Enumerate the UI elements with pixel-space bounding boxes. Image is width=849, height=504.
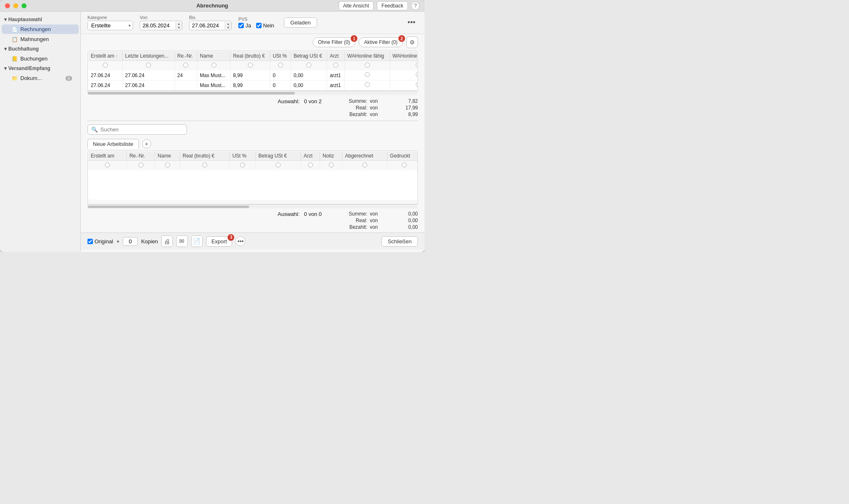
table1-scroll[interactable]: Erstellt am Letzte Leistungen... Re.-Nr.… <box>87 51 418 91</box>
mahnungen-icon: 📋 <box>12 36 18 42</box>
summary1: Auswahl: 0 von 2 Summe: von 7,82 Real: v… <box>81 95 424 121</box>
schliessen-button[interactable]: Schließen <box>381 236 418 247</box>
aktive-filter-button[interactable]: Aktive Filter (0) 2 <box>359 37 403 47</box>
feedback-button[interactable]: Feedback <box>377 1 408 10</box>
export-button[interactable]: Export 3 <box>206 236 233 247</box>
t2-r7[interactable] <box>308 162 313 167</box>
maximize-button[interactable] <box>22 3 27 8</box>
mail-button[interactable]: ✉ <box>176 235 188 247</box>
doc-button[interactable]: 📄 <box>191 235 203 247</box>
von-date-down[interactable]: ▼ <box>176 26 182 29</box>
real2-value: 0,00 <box>389 218 418 223</box>
mail-icon: ✉ <box>179 237 184 245</box>
t2-col-name: Name <box>155 151 180 161</box>
col-erstellt-am[interactable]: Erstellt am <box>88 51 123 61</box>
bottom-more-button[interactable]: ••• <box>235 236 245 246</box>
summe2-label: Summe: <box>338 211 367 217</box>
sidebar-section-buchhaltung[interactable]: ▾ Buchhaltung <box>0 44 80 53</box>
col1-radio[interactable] <box>103 63 108 68</box>
kopien-input[interactable] <box>123 237 138 246</box>
col8-radio[interactable] <box>333 63 338 68</box>
bis-date-down[interactable]: ▼ <box>225 26 231 29</box>
export-label: Export <box>211 238 227 245</box>
sidebar-item-buchungen[interactable]: 📒 Buchungen <box>2 54 79 63</box>
von-date-input[interactable] <box>140 21 175 30</box>
col-wahonline-versendet: WAHonline versendet <box>390 51 418 61</box>
sidebar-item-mahnungen[interactable]: 📋 Mahnungen <box>2 34 79 44</box>
geladen-button[interactable]: Geladen <box>284 17 317 28</box>
pvs-nein-label: Nein <box>263 22 274 29</box>
real1-value: 17,99 <box>389 105 418 111</box>
print-icon: 🖨 <box>164 238 170 245</box>
col2-radio[interactable] <box>146 63 151 68</box>
col-name: Name <box>197 51 230 61</box>
col10-radio[interactable] <box>416 63 418 68</box>
sidebar-section-hauptauswahl[interactable]: ▾ Hauptauswahl <box>0 15 80 24</box>
pvs-ja-label: Ja <box>245 22 251 29</box>
close-button[interactable] <box>5 3 10 8</box>
radio-cell[interactable] <box>416 72 418 77</box>
sidebar-section-versand[interactable]: ▾ Versand/Empfang <box>0 64 80 73</box>
more-button[interactable]: ••• <box>405 17 418 28</box>
col3-radio[interactable] <box>183 63 188 68</box>
kategorie-group: Kategorie Erstellte ▾ <box>87 15 133 30</box>
t2-r10[interactable] <box>402 162 407 167</box>
ohne-filter-button[interactable]: Ohne Filter (0) 1 <box>313 37 355 47</box>
auswahl2-label: Auswahl: 0 von 0 <box>278 211 322 217</box>
original-label: Original <box>95 238 113 245</box>
sidebar-item-rechnungen[interactable]: 📄 Rechnungen <box>2 24 79 34</box>
pvs-ja-checkbox[interactable] <box>238 23 244 28</box>
kategorie-select[interactable]: Erstellte <box>87 21 133 30</box>
t2-r3[interactable] <box>165 162 170 167</box>
t2-col-notiz: Notiz <box>320 151 342 161</box>
bezahlt2-value: 0,00 <box>389 224 418 230</box>
col6-radio[interactable] <box>278 63 283 68</box>
minimize-button[interactable] <box>13 3 18 8</box>
worklist-add-button[interactable]: + <box>142 139 151 148</box>
summary2: Auswahl: 0 von 0 Summe: von 0,00 Real: v… <box>81 208 424 233</box>
col-ust: USt % <box>270 51 291 61</box>
doc-icon: 📄 <box>193 237 201 245</box>
auswahl2-value: 0 von 0 <box>304 211 322 217</box>
bis-date-input[interactable] <box>189 21 225 30</box>
filter-icon-button[interactable]: ⚙ <box>406 36 418 48</box>
col4-radio[interactable] <box>211 63 216 68</box>
col9-radio[interactable] <box>365 63 370 68</box>
table2-scrollbar[interactable] <box>87 204 418 208</box>
t2-r4[interactable] <box>202 162 207 167</box>
bis-label: Bis <box>189 15 232 20</box>
t2-r2[interactable] <box>138 162 143 167</box>
t2-r5[interactable] <box>240 162 245 167</box>
bezahlt2-label: Bezahlt: <box>338 224 367 230</box>
chevron-down-icon-2: ▾ <box>4 46 7 52</box>
main-toolbar: Kategorie Erstellte ▾ Von ▲ ▼ <box>81 12 424 34</box>
t2-col-erstellt: Erstellt am <box>88 151 127 161</box>
radio-cell[interactable] <box>416 82 418 87</box>
radio-cell[interactable] <box>365 72 370 77</box>
radio-cell[interactable] <box>365 82 370 87</box>
col7-radio[interactable] <box>306 63 311 68</box>
t2-r6[interactable] <box>276 162 281 167</box>
table-row[interactable]: 27.06.2427.06.24Max Must...8,9900,00arzt… <box>88 80 418 90</box>
table2: Erstellt am Re.-Nr. Name Real (brutto) €… <box>88 151 418 200</box>
plus-label: + <box>116 238 120 245</box>
t2-r9[interactable] <box>362 162 367 167</box>
auswahl1-value: 0 von 2 <box>304 98 322 104</box>
von-date-up[interactable]: ▲ <box>176 22 182 26</box>
table1-scrollbar[interactable] <box>87 91 418 95</box>
table-row[interactable]: 27.06.2427.06.2424Max Must...8,9900,00ar… <box>88 70 418 80</box>
alte-ansicht-button[interactable]: Alte Ansicht <box>339 1 374 10</box>
sidebar: ▾ Hauptauswahl 📄 Rechnungen 📋 Mahnungen … <box>0 12 81 252</box>
worklist-tab[interactable]: Neue Arbeitsliste <box>87 139 139 149</box>
t2-r1[interactable] <box>105 162 110 167</box>
print-button[interactable]: 🖨 <box>161 235 173 247</box>
sidebar-item-dokumente[interactable]: 📁 Dokum... 0 <box>2 73 79 83</box>
bis-group: Bis ▲ ▼ <box>189 15 232 30</box>
help-button[interactable]: ? <box>411 2 420 10</box>
original-checkbox[interactable] <box>87 239 93 244</box>
pvs-nein-checkbox[interactable] <box>256 23 262 28</box>
col5-radio[interactable] <box>248 63 253 68</box>
t2-r8[interactable] <box>329 162 334 167</box>
search-input[interactable] <box>100 126 175 133</box>
bis-date-up[interactable]: ▲ <box>225 22 231 26</box>
